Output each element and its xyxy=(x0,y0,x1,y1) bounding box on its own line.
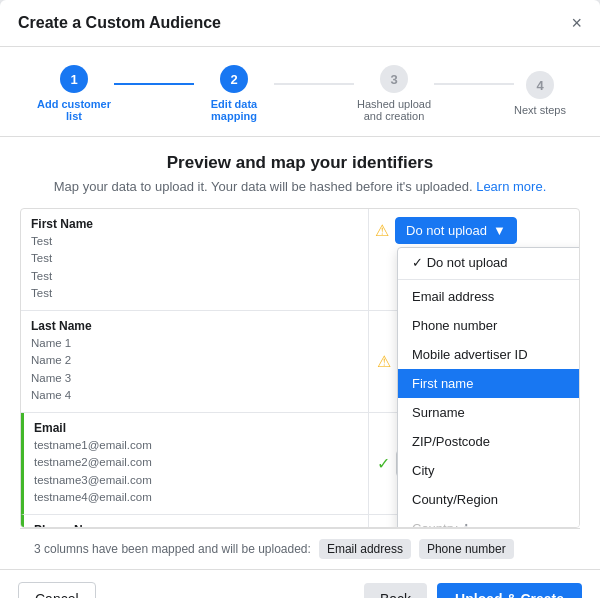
connector-1-2 xyxy=(114,83,194,85)
stepper: 1 Add customer list 2 Edit data mapping … xyxy=(0,47,600,137)
dropdown-item-phone[interactable]: Phone number xyxy=(398,311,580,340)
warning-icon: ⚠ xyxy=(375,221,389,240)
dropdown-item-country: Country ℹ xyxy=(398,514,580,528)
step-1-label: Add customer list xyxy=(34,98,114,122)
data-table: First Name TestTestTestTest ⚠ Do not upl… xyxy=(20,208,580,528)
step-2-circle: 2 xyxy=(220,65,248,93)
step-3-label: Hashed upload and creation xyxy=(354,98,434,122)
step-4-label: Next steps xyxy=(514,104,566,116)
row-header: First Name xyxy=(31,217,358,231)
row-right-firstname: ⚠ Do not upload ▼ Do not upload Email ad… xyxy=(369,209,579,252)
modal-header: Create a Custom Audience × xyxy=(0,0,600,47)
check-icon: ✓ xyxy=(377,454,390,473)
warning-icon: ⚠ xyxy=(377,352,391,371)
step-3-circle: 3 xyxy=(380,65,408,93)
mapped-tag-email: Email address xyxy=(319,539,411,559)
main-content: Preview and map your identifiers Map you… xyxy=(0,137,600,569)
step-1: 1 Add customer list xyxy=(34,65,114,122)
modal: Create a Custom Audience × 1 Add custome… xyxy=(0,0,600,598)
chevron-down-icon: ▼ xyxy=(493,223,506,238)
dropdown-item-do-not-upload[interactable]: Do not upload xyxy=(398,248,580,277)
mapped-bar: 3 columns have been mapped and will be u… xyxy=(20,528,580,569)
modal-title: Create a Custom Audience xyxy=(18,14,221,32)
table-row: First Name TestTestTestTest ⚠ Do not upl… xyxy=(21,209,579,311)
step-4: 4 Next steps xyxy=(514,71,566,116)
footer: Cancel Back Upload & Create xyxy=(0,569,600,598)
step-2-label: Edit data mapping xyxy=(194,98,274,122)
dropdown-item-email[interactable]: Email address xyxy=(398,282,580,311)
step-1-circle: 1 xyxy=(60,65,88,93)
step-2: 2 Edit data mapping xyxy=(194,65,274,122)
dropdown-item-mobile-advertiser[interactable]: Mobile advertiser ID xyxy=(398,340,580,369)
mapped-bar-text: 3 columns have been mapped and will be u… xyxy=(34,542,311,556)
dropdown-item-firstname[interactable]: First name xyxy=(398,369,580,398)
mapped-tag-phone: Phone number xyxy=(419,539,514,559)
do-not-upload-dropdown[interactable]: Do not upload ▼ xyxy=(395,217,517,244)
close-button[interactable]: × xyxy=(571,14,582,32)
row-left-firstname: First Name TestTestTestTest xyxy=(21,209,369,310)
footer-right: Back Upload & Create xyxy=(364,583,582,598)
section-desc-text: Map your data to upload it. Your data wi… xyxy=(54,179,473,194)
dropdown-item-surname[interactable]: Surname xyxy=(398,398,580,427)
dropdown-item-county[interactable]: County/Region xyxy=(398,485,580,514)
connector-2-3 xyxy=(274,83,354,85)
step-4-circle: 4 xyxy=(526,71,554,99)
row-left-phone: Phone No 215-546-8546215-654-1254 xyxy=(24,515,369,528)
section-title: Preview and map your identifiers xyxy=(20,153,580,173)
step-3: 3 Hashed upload and creation xyxy=(354,65,434,122)
learn-more-link[interactable]: Learn more. xyxy=(476,179,546,194)
row-header: Last Name xyxy=(31,319,358,333)
connector-3-4 xyxy=(434,83,514,85)
cancel-button[interactable]: Cancel xyxy=(18,582,96,598)
section-desc: Map your data to upload it. Your data wi… xyxy=(20,179,580,194)
row-header: Email xyxy=(34,421,358,435)
upload-create-button[interactable]: Upload & Create xyxy=(437,583,582,598)
back-button[interactable]: Back xyxy=(364,583,427,598)
dropdown-item-zip[interactable]: ZIP/Postcode xyxy=(398,427,580,456)
row-left-lastname: Last Name Name 1Name 2Name 3Name 4 xyxy=(21,311,369,412)
dropdown-menu: Do not upload Email address Phone number… xyxy=(397,247,580,528)
dropdown-item-city[interactable]: City xyxy=(398,456,580,485)
row-left-email: Email testname1@email.comtestname2@email… xyxy=(24,413,369,514)
